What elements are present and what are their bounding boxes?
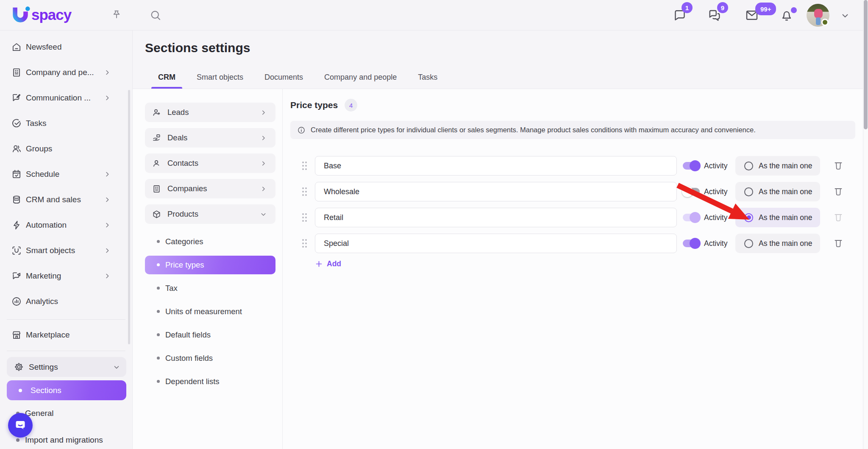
price-type-name-input[interactable]: [315, 182, 677, 201]
sidebar-item-label: Tasks: [26, 119, 111, 128]
subnav-item-contacts[interactable]: Contacts: [145, 153, 275, 173]
price-type-row: Activity As the main one: [302, 156, 863, 176]
check-circle-icon: [11, 118, 22, 129]
subnav-child-price-types[interactable]: Price types: [145, 256, 275, 274]
delete-button[interactable]: [833, 160, 844, 171]
radio-icon: [744, 162, 753, 170]
main-radio-label: As the main one: [759, 239, 812, 248]
sidebar-item-label: Company and pe...: [26, 68, 103, 77]
delete-button[interactable]: [833, 238, 844, 249]
bullet-dot: [157, 333, 160, 336]
main-radio[interactable]: As the main one: [735, 156, 820, 176]
subnav-item-deals[interactable]: Deals: [145, 128, 275, 148]
sidebar-item-label: Marketing: [26, 271, 103, 281]
main-radio-label: As the main one: [759, 213, 812, 222]
drag-handle[interactable]: [302, 187, 308, 196]
topbar: spacy 1 9 99+: [0, 0, 868, 31]
bullet-dot: [157, 310, 160, 313]
main-radio-selected[interactable]: As the main one: [735, 208, 820, 227]
building-icon: [152, 184, 161, 194]
building-icon: [11, 67, 22, 78]
price-type-name-input[interactable]: [315, 208, 677, 227]
sidebar-item-label: Import and migrations: [25, 435, 103, 445]
sidebar-item-label: Smart objects: [26, 246, 103, 255]
cube-icon: [152, 209, 161, 219]
add-price-type-button[interactable]: Add: [315, 259, 362, 268]
subnav-child-categories[interactable]: Categories: [145, 230, 282, 253]
main-radio[interactable]: As the main one: [735, 182, 820, 201]
avatar-status-dot: [821, 19, 829, 26]
price-type-rows: Activity As the main one Activity As the…: [283, 156, 863, 253]
sidebar-item-label: Schedule: [26, 170, 103, 179]
price-type-name-input[interactable]: [315, 156, 677, 176]
chevron-right-icon: [103, 69, 111, 76]
sidebar-item-label: Settings: [29, 363, 113, 372]
subnav-child-units-of-measurement[interactable]: Units of measurement: [145, 300, 282, 323]
main-radio[interactable]: As the main one: [735, 234, 820, 253]
sidebar-item-crm-and-sales[interactable]: CRM and sales: [0, 187, 132, 212]
drag-handle[interactable]: [302, 161, 308, 170]
chat-launcher-button[interactable]: [8, 413, 33, 438]
subnav-child-dependent-lists[interactable]: Dependent lists: [145, 370, 282, 393]
subnav-item-leads[interactable]: Leads: [145, 103, 275, 122]
chevron-down-icon: [113, 363, 120, 371]
sidebar-item-tasks[interactable]: Tasks: [0, 111, 132, 136]
drag-handle[interactable]: [302, 213, 308, 222]
sidebar-item-marketing[interactable]: Marketing: [0, 263, 132, 289]
sidebar-item-label: Automation: [26, 220, 103, 230]
sidebar-item-schedule[interactable]: Schedule: [0, 162, 132, 187]
bullet-dot: [157, 263, 160, 266]
sidebar-item-label: Marketplace: [26, 330, 111, 340]
search-icon[interactable]: [149, 9, 162, 22]
chevron-right-icon: [260, 160, 267, 167]
delete-button[interactable]: [833, 186, 844, 197]
sidebar-item-label: Analytics: [26, 297, 111, 306]
drag-handle[interactable]: [302, 239, 308, 248]
person-arrow-icon: [152, 108, 161, 117]
activity-label: Activity: [704, 162, 729, 170]
radio-icon: [744, 187, 753, 196]
activity-toggle[interactable]: [683, 162, 700, 170]
subnav-child-default-fields[interactable]: Default fields: [145, 323, 282, 346]
activity-toggle[interactable]: [683, 240, 700, 247]
sidebar-item-smart-objects[interactable]: Smart objects: [0, 238, 132, 263]
tab-documents[interactable]: Documents: [264, 73, 303, 89]
pin-sidebar-icon[interactable]: [110, 8, 123, 21]
subnav-item-products[interactable]: Products: [145, 204, 275, 224]
uspacy-logo[interactable]: spacy: [11, 5, 71, 25]
price-type-name-input[interactable]: [315, 234, 677, 253]
radio-icon-checked: [744, 213, 753, 222]
subnav-item-companies[interactable]: Companies: [145, 179, 275, 198]
chevron-right-icon: [103, 196, 111, 204]
sidebar-item-analytics[interactable]: Analytics: [0, 289, 132, 314]
tab-company-and-people[interactable]: Company and people: [324, 73, 397, 89]
sidebar-divider: [7, 351, 125, 351]
sidebar-item-automation[interactable]: Automation: [0, 212, 132, 238]
sidebar-item-sections[interactable]: Sections: [7, 380, 126, 400]
hand-box-icon: [152, 133, 161, 143]
sidebar-item-newsfeed[interactable]: Newsfeed: [0, 34, 132, 60]
subnav-child-label: Units of measurement: [165, 307, 242, 316]
sidebar-item-communication[interactable]: Communication ...: [0, 85, 132, 111]
subnav-child-tax[interactable]: Tax: [145, 276, 282, 300]
tab-tasks[interactable]: Tasks: [418, 73, 437, 89]
sidebar-item-company-and-people[interactable]: Company and pe...: [0, 60, 132, 85]
scrollbar-thumb[interactable]: [864, 0, 868, 129]
sidebar-item-marketplace[interactable]: Marketplace: [0, 322, 132, 348]
activity-label: Activity: [704, 187, 729, 196]
subnav-child-label: Tax: [165, 284, 178, 293]
app-window: spacy 1 9 99+: [0, 0, 868, 449]
subnav-child-label: Custom fields: [165, 354, 213, 363]
sidebar-item-label: Communication ...: [26, 93, 103, 103]
gear-icon: [14, 362, 24, 372]
sidebar-item-settings[interactable]: Settings: [7, 357, 126, 377]
tab-smart-objects[interactable]: Smart objects: [197, 73, 243, 89]
sidebar-item-label: Sections: [31, 386, 61, 395]
tab-crm[interactable]: CRM: [158, 73, 175, 89]
subnav-child-custom-fields[interactable]: Custom fields: [145, 346, 282, 370]
sidebar-scrollbar[interactable]: [128, 90, 130, 344]
sidebar-item-groups[interactable]: Groups: [0, 136, 132, 162]
activity-toggle[interactable]: [683, 188, 700, 195]
window-scrollbar[interactable]: [863, 0, 868, 449]
profile-chevron-down-icon[interactable]: [840, 11, 850, 21]
